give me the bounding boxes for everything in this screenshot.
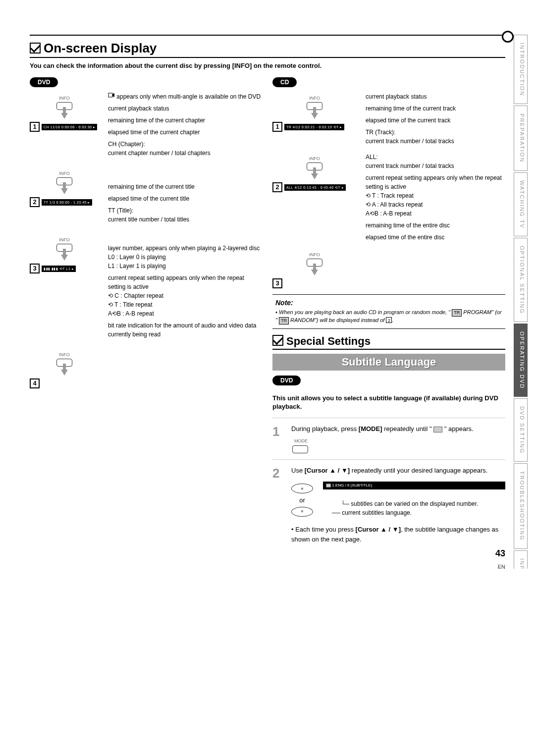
special-intro: This unit allows you to select a subtitl… [272,394,505,411]
step-3: 3 [30,264,40,273]
note-title: Note: [275,299,502,307]
arrow-down-icon [61,113,68,119]
callout-1: └─ subtitles can be varied on the displa… [341,499,505,508]
arrow-down-icon [61,370,68,376]
dvd-desc-1: appears only when multi-angle is availab… [108,92,263,158]
mode-button-icon [292,445,308,453]
info-label: INFO [272,156,357,162]
svg-rect-0 [108,93,112,97]
side-tab-preparation: PREPARATION [514,106,528,170]
subtitle-mode-icon [433,427,442,432]
big-step-1: 1 [272,424,284,453]
step1-text: During playback, press [MODE] repeatedly… [291,424,505,434]
side-tab-optional-setting: OPTIONAL SETTING [514,238,528,322]
header-rule [30,35,505,36]
checkbox-icon [30,43,41,54]
step2-bullet: • Each time you press [Cursor ▲ / ▼], th… [291,525,505,544]
note-text: • When you are playing back an audio CD … [275,309,502,324]
dvd-display-1: CH 11/16 0:00:00 - 0:03:30 ▸ [42,124,97,131]
arrow-down-icon [311,113,318,119]
note-box: Note: • When you are playing back an aud… [272,294,505,328]
info-label: INFO [272,95,357,102]
info-label: INFO [30,237,99,243]
cd-step-1: 1 [272,122,282,132]
special-title-text: Special Settings [286,335,371,347]
side-tab-introduction: INTRODUCTION [514,35,528,104]
step-row-2: 2 Use [Cursor ▲ / ▼] repeatedly until yo… [272,459,505,544]
osd-intro: You can check the information about the … [30,62,505,70]
arrow-down-icon [61,188,68,194]
cd-label: CD [272,77,297,87]
step-1: 1 [30,122,40,132]
checkbox-icon [272,335,283,346]
dvd-display-3: ▮▮▮ ▮▮▮ ⟲T L1 ▸ [42,266,76,272]
dvd-desc-2: remaining time of the current title elap… [108,182,263,224]
tr-icon: TR [279,317,289,324]
cursor-up-icon: ▲ [291,484,313,493]
side-tab-dvd-setting: DVD SETTING [514,398,528,462]
side-tabs: INTRODUCTION PREPARATION WATCHING TV OPT… [514,35,528,569]
language-code: EN [498,564,505,569]
page-number: 43 [495,548,505,559]
dvd-label: DVD [30,77,58,87]
cd-step-2: 2 [272,182,282,192]
step2-text: Use [Cursor ▲ / ▼] repeatedly until your… [291,466,505,476]
info-label: INFO [30,352,99,358]
cd-display-2: ALL 4/12 0:13:45 - 0:45:40 ⟲T ▸ [284,184,346,191]
callout-2: ── current subtitles language. [332,508,505,517]
info-label: INFO [30,170,99,177]
step-2: 2 [30,197,40,207]
step-row-1: 1 During playback, press [MODE] repeated… [272,418,505,453]
camera-icon [108,93,115,99]
osd-title-text: On-screen Display [44,41,157,55]
side-tab-watching-tv: WATCHING TV [514,172,528,237]
or-label: or [291,495,313,505]
info-label: INFO [30,95,99,102]
info-label: INFO [272,252,357,258]
dvd-label-2: DVD [272,376,301,385]
dvd-display-2: TT 1/3 0:00:00 - 1:23:45 ▸ [42,199,92,206]
cd-display-1: TR 4/12 0:03:21 - 0:02:15 ⟲T ▸ [284,124,344,131]
step-4: 4 [30,378,40,388]
special-title: Special Settings [272,335,505,350]
arrow-down-icon [311,173,318,179]
subtitle-small-icon [326,484,331,487]
dvd-column: DVD INFO 1 CH 11/16 0:00:00 - 0:03:30 ▸ … [30,77,263,544]
arrow-down-icon [311,270,318,275]
subtitle-display: 1.ENG / 6 (SUBTITLE) [323,482,505,489]
svg-marker-1 [112,93,114,97]
dvd-desc-3: layer number, appears only when playing … [108,244,263,339]
side-tab-troubleshooting: TROUBLESHOOTING [514,463,528,549]
cd-step-3: 3 [272,278,282,288]
tr-icon: TR [452,309,462,317]
side-tab-information: INFORMATION [514,550,528,569]
step-ref-2: 2 [386,317,392,323]
side-tab-operating-dvd: OPERATING DVD [514,324,528,397]
osd-title: On-screen Display [30,41,505,58]
mode-label: MODE [294,438,505,445]
subtitle-banner: Subtitle Language [272,354,505,371]
cursor-down-icon: ▼ [291,507,313,517]
arrow-down-icon [61,255,68,261]
cd-column: CD INFO 1 TR 4/12 0:03:21 - 0:02:15 ⟲T ▸… [272,77,505,544]
big-step-2: 2 [272,466,284,544]
cd-desc-2: ALL:current track number / total tracks … [366,153,505,242]
cd-desc-1: current playback status remaining time o… [366,92,505,146]
